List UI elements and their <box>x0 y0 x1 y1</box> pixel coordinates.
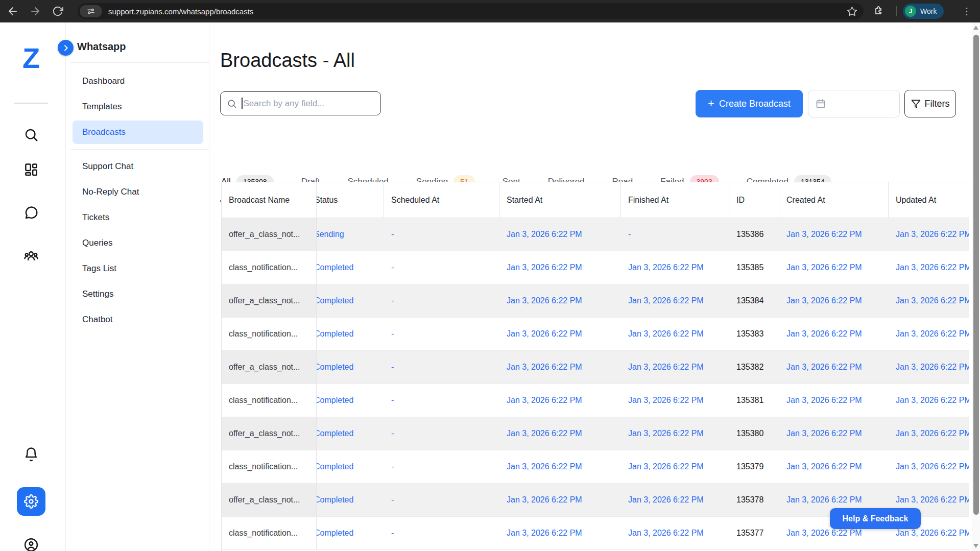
cell-started-at[interactable]: Jan 3, 2026 6:22 PM <box>499 218 621 251</box>
rail-dashboard-button[interactable] <box>23 162 39 177</box>
cell-started-at[interactable]: Jan 3, 2026 6:22 PM <box>499 417 621 450</box>
forward-button[interactable] <box>27 3 44 20</box>
cell-created-at[interactable]: Jan 3, 2026 6:22 PM <box>779 450 889 483</box>
rail-contacts-button[interactable] <box>23 249 39 264</box>
cell-finished-at[interactable]: Jan 3, 2026 6:22 PM <box>621 450 729 483</box>
module-title: Whatsapp <box>77 41 126 53</box>
sidebar-collapse-button[interactable] <box>58 40 74 56</box>
cell-id: 135382 <box>729 351 779 384</box>
address-bar[interactable]: support.zupians.com/whatsapp/broadcasts <box>78 3 864 19</box>
rail-settings-button[interactable] <box>17 487 45 516</box>
table-row[interactable]: class_notification...Completed-Jan 3, 20… <box>222 251 969 284</box>
cell-started-at[interactable]: Jan 3, 2026 6:22 PM <box>499 384 621 417</box>
cell-updated-at[interactable]: Jan 3, 2026 6:22 PM <box>889 251 969 284</box>
cell-updated-at[interactable]: Jan 3, 2026 6:22 PM <box>889 417 969 450</box>
cell-finished-at[interactable]: Jan 3, 2026 6:22 PM <box>621 351 729 384</box>
table-header-row: Broadcast NameStatusScheduled AtStarted … <box>222 182 969 218</box>
sidebar-item-chatbot[interactable]: Chatbot <box>66 307 210 332</box>
cell-status[interactable]: Completed <box>317 318 384 350</box>
browser-profile-button[interactable]: J Work <box>903 4 944 19</box>
cell-finished-at[interactable]: Jan 3, 2026 6:22 PM <box>621 517 729 549</box>
cell-finished-at[interactable]: Jan 3, 2026 6:22 PM <box>621 318 729 350</box>
sidebar-item-templates[interactable]: Templates <box>66 94 210 119</box>
cell-started-at[interactable]: Jan 3, 2026 6:22 PM <box>499 484 621 516</box>
rail-profile-button[interactable] <box>23 537 39 551</box>
table-row[interactable]: offer_a_class_not...Completed-Jan 3, 202… <box>222 351 969 384</box>
cell-finished-at[interactable]: Jan 3, 2026 6:22 PM <box>621 251 729 284</box>
bookmark-button[interactable] <box>847 6 857 17</box>
table-row[interactable]: offer_a_class_not...Completed-Jan 3, 202… <box>222 284 969 318</box>
cell-updated-at[interactable]: Jan 3, 2026 6:22 PM <box>889 284 969 317</box>
table-row[interactable]: offer_a_class_not...Sending-Jan 3, 2026 … <box>222 218 969 251</box>
cell-scheduled-at: - <box>384 251 499 284</box>
sidebar-item-settings[interactable]: Settings <box>66 281 210 307</box>
cell-status[interactable]: Completed <box>317 517 384 549</box>
scroll-up-arrow-icon[interactable] <box>973 26 978 30</box>
cell-created-at[interactable]: Jan 3, 2026 6:22 PM <box>779 218 889 251</box>
browser-menu-button[interactable]: ⋮ <box>962 0 971 22</box>
cell-updated-at[interactable]: Jan 3, 2026 6:22 PM <box>889 218 969 251</box>
vertical-scrollbar[interactable] <box>972 22 980 551</box>
sidebar-item-tags-list[interactable]: Tags List <box>66 256 210 281</box>
back-button[interactable] <box>4 3 21 20</box>
extensions-button[interactable] <box>872 5 885 17</box>
cell-started-at[interactable]: Jan 3, 2026 6:22 PM <box>499 517 621 549</box>
column-header-created-at: Created At <box>779 182 889 218</box>
cell-updated-at[interactable]: Jan 3, 2026 6:22 PM <box>889 450 969 483</box>
sidebar-item-queries[interactable]: Queries <box>66 230 210 256</box>
search-input[interactable]: Search by any field... <box>220 91 381 115</box>
table-row[interactable]: offer_a_class_not...Completed-Jan 3, 202… <box>222 417 969 450</box>
cell-status[interactable]: Sending <box>317 218 384 251</box>
sidebar-item-no-reply-chat[interactable]: No-Reply Chat <box>66 179 210 205</box>
cell-started-at[interactable]: Jan 3, 2026 6:22 PM <box>499 284 621 317</box>
cell-created-at[interactable]: Jan 3, 2026 6:22 PM <box>779 251 889 284</box>
table-row[interactable]: class_notification...Completed-Jan 3, 20… <box>222 318 969 351</box>
bell-icon <box>23 447 39 462</box>
table-row[interactable]: class_notification...Completed-Jan 3, 20… <box>222 384 969 417</box>
rail-notifications-button[interactable] <box>23 447 39 462</box>
cell-status[interactable]: Completed <box>317 284 384 317</box>
cell-started-at[interactable]: Jan 3, 2026 6:22 PM <box>499 318 621 350</box>
cell-created-at[interactable]: Jan 3, 2026 6:22 PM <box>779 384 889 417</box>
cell-finished-at[interactable]: Jan 3, 2026 6:22 PM <box>621 417 729 450</box>
cell-status[interactable]: Completed <box>317 351 384 384</box>
sidebar-item-dashboard[interactable]: Dashboard <box>66 68 210 94</box>
rail-chat-button[interactable] <box>23 205 39 221</box>
date-range-picker[interactable] <box>808 90 900 117</box>
cell-broadcast-name: class_notification... <box>222 318 317 350</box>
sidebar-item-support-chat[interactable]: Support Chat <box>66 154 210 179</box>
help-feedback-button[interactable]: Help & Feedback <box>830 508 921 529</box>
cell-created-at[interactable]: Jan 3, 2026 6:22 PM <box>779 318 889 350</box>
site-settings-icon <box>87 7 95 15</box>
filters-button[interactable]: Filters <box>904 90 956 117</box>
cell-created-at[interactable]: Jan 3, 2026 6:22 PM <box>779 417 889 450</box>
table-row[interactable]: class_notification...Completed-Jan 3, 20… <box>222 450 969 484</box>
cell-updated-at[interactable]: Jan 3, 2026 6:22 PM <box>889 384 969 417</box>
cell-status[interactable]: Completed <box>317 417 384 450</box>
cell-finished-at[interactable]: Jan 3, 2026 6:22 PM <box>621 484 729 516</box>
cell-finished-at[interactable]: Jan 3, 2026 6:22 PM <box>621 284 729 317</box>
cell-started-at[interactable]: Jan 3, 2026 6:22 PM <box>499 351 621 384</box>
scrollbar-thumb[interactable] <box>973 35 979 515</box>
create-broadcast-button[interactable]: + Create Broadcast <box>696 90 803 117</box>
sidebar-item-tickets[interactable]: Tickets <box>66 205 210 230</box>
cell-status[interactable]: Completed <box>317 384 384 417</box>
cell-status[interactable]: Completed <box>317 484 384 516</box>
cell-broadcast-name: class_notification... <box>222 450 317 483</box>
cell-status[interactable]: Completed <box>317 251 384 284</box>
cell-status[interactable]: Completed <box>317 450 384 483</box>
cell-created-at[interactable]: Jan 3, 2026 6:22 PM <box>779 284 889 317</box>
cell-finished-at[interactable]: Jan 3, 2026 6:22 PM <box>621 384 729 417</box>
cell-updated-at[interactable]: Jan 3, 2026 6:22 PM <box>889 318 969 350</box>
site-info-chip[interactable] <box>80 5 102 17</box>
cell-broadcast-name: offer_a_class_not... <box>222 417 317 450</box>
app-logo[interactable]: Z <box>0 44 62 73</box>
sidebar-item-broadcasts[interactable]: Broadcasts <box>73 121 203 144</box>
scroll-down-arrow-icon[interactable] <box>973 544 978 548</box>
rail-search-button[interactable] <box>23 127 39 142</box>
cell-updated-at[interactable]: Jan 3, 2026 6:22 PM <box>889 351 969 384</box>
cell-created-at[interactable]: Jan 3, 2026 6:22 PM <box>779 351 889 384</box>
reload-button[interactable] <box>49 3 66 20</box>
cell-started-at[interactable]: Jan 3, 2026 6:22 PM <box>499 450 621 483</box>
cell-started-at[interactable]: Jan 3, 2026 6:22 PM <box>499 251 621 284</box>
